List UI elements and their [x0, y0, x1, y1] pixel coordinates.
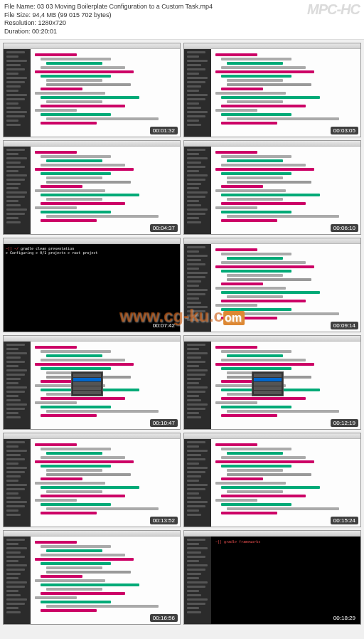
thumbnail-10[interactable]: 00:16:56	[3, 530, 181, 625]
timestamp-badge: 00:16:56	[150, 614, 178, 622]
timestamp-badge: 00:12:19	[331, 419, 358, 427]
thumbnail-7[interactable]: 00:12:19	[183, 335, 361, 430]
thumbnail-0[interactable]: 00:01:32	[3, 43, 181, 137]
thumbnail-6[interactable]: 00:10:47	[3, 335, 181, 430]
resolution-label: Resolution:	[4, 19, 36, 26]
timestamp-badge: 00:04:37	[150, 224, 178, 232]
duration-value: 00:20:01	[32, 28, 57, 35]
code-editor	[211, 147, 360, 234]
player-name-badge: MPC-HC	[307, 1, 360, 18]
file-tree-sidebar	[4, 439, 31, 527]
autocomplete-popup[interactable]	[252, 371, 284, 396]
autocomplete-popup[interactable]	[71, 371, 103, 396]
timestamp-badge: 00:03:05	[331, 127, 358, 134]
file-tree-sidebar	[184, 537, 211, 624]
code-editor	[31, 147, 180, 234]
resolution-value: 1280x720	[38, 19, 67, 26]
code-editor	[211, 49, 360, 137]
timestamp-badge: 00:06:10	[331, 224, 358, 232]
thumbnail-3[interactable]: 00:06:10	[183, 140, 361, 235]
file-size-label: File Size:	[4, 11, 31, 19]
thumbnail-8[interactable]: 00:13:52	[3, 433, 181, 527]
thumbnail-2[interactable]: 00:04:37	[3, 140, 181, 235]
file-tree-sidebar	[184, 439, 211, 527]
file-size-value: 94,4 MB (99 015 702 bytes)	[33, 11, 112, 19]
timestamp-badge: 00:01:32	[150, 127, 178, 134]
file-name-label: File Name:	[4, 3, 36, 10]
file-name-value: 03 03 Moving Boilerplate Configuration t…	[37, 3, 213, 10]
timestamp-badge: 00:15:24	[331, 517, 358, 524]
code-editor	[31, 537, 180, 624]
timestamp-badge: 00:10:47	[150, 419, 178, 427]
code-editor	[31, 49, 180, 137]
code-editor	[211, 439, 360, 527]
file-tree-sidebar	[4, 537, 31, 624]
thumbnail-1[interactable]: 00:03:05	[183, 43, 361, 137]
thumbnail-9[interactable]: 00:15:24	[183, 433, 361, 527]
code-editor	[211, 342, 360, 429]
file-tree-sidebar	[4, 147, 31, 234]
file-tree-sidebar	[184, 147, 211, 234]
timestamp-badge: 00:18:29	[331, 614, 358, 622]
code-editor	[31, 342, 180, 429]
timestamp-badge: 00:13:52	[150, 517, 178, 524]
file-tree-sidebar	[184, 49, 211, 137]
code-editor	[31, 439, 180, 527]
file-tree-sidebar	[4, 49, 31, 137]
duration-label: Duration:	[4, 28, 31, 35]
timestamp-badge: 00:09:14	[331, 322, 358, 329]
file-tree-sidebar	[4, 342, 31, 429]
watermark-text: www.cg-ku.com	[119, 306, 245, 326]
thumbnail-grid: 00:01:3200:03:0500:04:3700:06:10~[] ~/ g…	[0, 40, 364, 628]
thumbnail-11[interactable]: ~[] gradle frameworks00:18:29	[183, 530, 361, 625]
terminal-panel: ~[] gradle frameworks	[211, 537, 360, 624]
file-tree-sidebar	[184, 342, 211, 429]
